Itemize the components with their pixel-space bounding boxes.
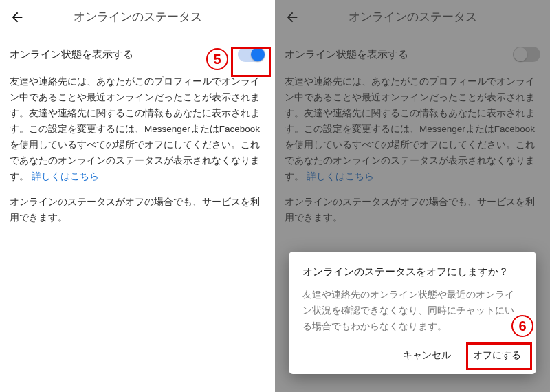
back-button[interactable] [8,8,26,26]
page-title: オンラインのステータス [74,9,202,25]
online-status-toggle[interactable] [513,47,540,62]
learn-more-link[interactable]: 詳しくはこちら [307,171,374,182]
page-title: オンラインのステータス [349,9,477,25]
dialog-title: オンラインのステータスをオフにしますか？ [302,265,522,279]
header: オンラインのステータス [0,0,275,34]
two-up-screenshot: オンラインのステータス オンライン状態を表示する 友達や連絡先には、あなたがこの… [0,0,550,392]
description-text: 友達や連絡先には、あなたがこのプロフィールでオンライン中であることや最近オンライ… [285,74,540,185]
toggle-label: オンライン状態を表示する [10,48,133,61]
cancel-button[interactable]: キャンセル [402,347,452,364]
toggle-knob [514,47,527,61]
arrow-left-icon [10,10,25,25]
content: オンライン状態を表示する 友達や連絡先には、あなたがこのプロフィールでオンライン… [275,34,550,226]
dialog-body: 友達や連絡先のオンライン状態や最近のオンライン状況を確認できなくなり、同時にチャ… [302,287,522,334]
description-body: 友達や連絡先には、あなたがこのプロフィールでオンライン中であることや最近オンライ… [10,76,260,182]
toggle-label: オンライン状態を表示する [285,48,408,61]
description-body: 友達や連絡先には、あなたがこのプロフィールでオンライン中であることや最近オンライ… [285,76,535,182]
description-secondary: オンラインのステータスがオフの場合でも、サービスを利用できます。 [10,195,265,226]
header: オンラインのステータス [275,0,550,34]
confirm-button[interactable]: オフにする [472,347,522,364]
description-secondary: オンラインのステータスがオフの場合でも、サービスを利用できます。 [285,195,540,226]
learn-more-link[interactable]: 詳しくはこちら [32,171,99,182]
toggle-row: オンライン状態を表示する [285,47,540,62]
description-text: 友達や連絡先には、あなたがこのプロフィールでオンライン中であることや最近オンライ… [10,74,265,185]
pane-step-5: オンラインのステータス オンライン状態を表示する 友達や連絡先には、あなたがこの… [0,0,275,392]
pane-step-6: オンラインのステータス オンライン状態を表示する 友達や連絡先には、あなたがこの… [275,0,550,392]
back-button[interactable] [283,8,301,26]
online-status-toggle[interactable] [238,47,265,62]
arrow-left-icon [285,10,300,25]
dialog-actions: キャンセル オフにする [302,347,522,364]
toggle-row: オンライン状態を表示する [10,47,265,62]
confirm-dialog: オンラインのステータスをオフにしますか？ 友達や連絡先のオンライン状態や最近のオ… [289,252,536,374]
content: オンライン状態を表示する 友達や連絡先には、あなたがこのプロフィールでオンライン… [0,34,275,226]
toggle-knob [251,47,265,61]
